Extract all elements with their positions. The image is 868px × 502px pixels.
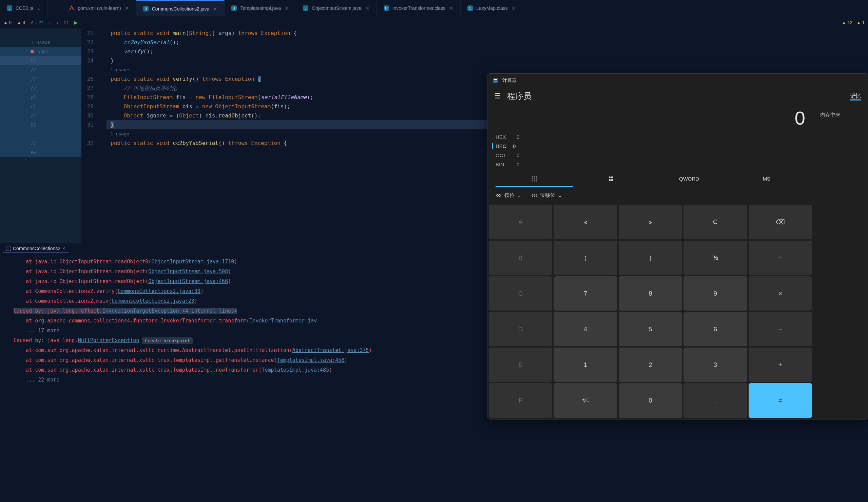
bitshift-button[interactable]: 位移位 ⌄ bbox=[531, 192, 562, 199]
calc-key[interactable]: × bbox=[748, 276, 812, 311]
memory-label[interactable]: 记忆 bbox=[850, 93, 861, 100]
stacktrace-link[interactable]: TemplatesImpl.java:458 bbox=[277, 357, 345, 363]
calc-key[interactable]: = bbox=[748, 383, 812, 418]
more-icon[interactable]: ⋮ bbox=[53, 6, 57, 11]
fold-column[interactable]: ⌄⌄⌄ bbox=[97, 29, 106, 243]
memory-empty-label: 内存中未 bbox=[820, 112, 840, 118]
tab-objectinputstream[interactable]: J ObjectInputStream.java bbox=[296, 0, 376, 16]
calc-key[interactable]: 2 bbox=[619, 348, 682, 382]
base-bin[interactable]: BIN0 bbox=[496, 160, 805, 169]
calc-key[interactable]: − bbox=[748, 312, 812, 346]
calculator-titlebar[interactable]: 计算器 bbox=[487, 74, 868, 87]
modebar-bit-icon[interactable] bbox=[573, 172, 650, 187]
usage-hint[interactable]: 1 usage bbox=[106, 65, 868, 74]
calc-key[interactable]: ⁺∕₋ bbox=[554, 383, 617, 418]
tab-pom[interactable]: pom.xml (vuln-learn) bbox=[62, 0, 136, 16]
warning-right-1[interactable]: ▲12 bbox=[842, 20, 852, 25]
line-number[interactable]: 24 bbox=[81, 56, 94, 65]
close-icon[interactable] bbox=[284, 6, 289, 11]
close-icon[interactable] bbox=[511, 6, 516, 11]
line-number[interactable]: 26 bbox=[81, 74, 94, 83]
fold-icon[interactable]: ⌄ bbox=[101, 139, 103, 148]
modebar-ms[interactable]: MS bbox=[728, 172, 805, 187]
warning-right-2[interactable]: ▲1 bbox=[857, 20, 865, 25]
calc-key[interactable]: ( bbox=[554, 241, 617, 275]
line-number[interactable]: 28 bbox=[81, 93, 94, 102]
close-icon[interactable] bbox=[365, 6, 370, 11]
keypad-icon bbox=[531, 176, 537, 182]
fold-icon[interactable]: ⌄ bbox=[101, 29, 103, 38]
calc-key[interactable]: ÷ bbox=[748, 241, 812, 275]
calc-key[interactable]: ⌫ bbox=[748, 205, 812, 239]
stacktrace-link[interactable]: ObjectInputStream.java:508 bbox=[148, 269, 228, 274]
stacktrace-link[interactable]: InvokerTransformer.jav bbox=[249, 318, 317, 324]
line-number[interactable]: 30 bbox=[81, 111, 94, 120]
calc-key[interactable]: 9 bbox=[683, 276, 747, 311]
calc-key[interactable]: % bbox=[683, 241, 747, 275]
code-line[interactable]: verify(); bbox=[106, 47, 868, 56]
code-line[interactable]: public static void main(String[] args) t… bbox=[106, 29, 868, 38]
warning-count[interactable]: ▲9 bbox=[3, 20, 11, 25]
calc-key[interactable]: » bbox=[619, 205, 682, 239]
tab-commonscollections2[interactable]: J CommonsCollections2.java bbox=[136, 0, 225, 16]
stacktrace-link[interactable]: CommonsCollections2.java:23 bbox=[112, 298, 194, 304]
close-icon[interactable] bbox=[213, 7, 217, 11]
run-icon[interactable]: ▶ bbox=[74, 20, 78, 25]
breakpoint-icon[interactable] bbox=[31, 50, 34, 53]
modebar-qword[interactable]: QWORD bbox=[651, 172, 728, 187]
close-icon[interactable] bbox=[449, 6, 454, 11]
close-icon[interactable] bbox=[124, 6, 129, 11]
base-dec[interactable]: DEC0 bbox=[496, 142, 805, 151]
stacktrace-link[interactable]: ObjectInputStream.java:1710 bbox=[151, 259, 234, 265]
arrow-up-icon[interactable]: ↑ bbox=[49, 20, 51, 25]
menu-icon[interactable]: ☰ bbox=[494, 92, 501, 100]
fold-icon[interactable]: ⌄ bbox=[101, 74, 103, 83]
calc-key[interactable]: 3 bbox=[683, 348, 747, 382]
calc-key[interactable]: 1 bbox=[554, 348, 617, 382]
line-number[interactable]: 22 bbox=[81, 38, 94, 47]
calc-key[interactable]: 6 bbox=[683, 312, 747, 346]
modebar-keypad-icon[interactable] bbox=[496, 172, 573, 187]
calc-key[interactable]: 7 bbox=[554, 276, 617, 311]
tab-lazymap[interactable]: C LazyMap.class bbox=[461, 0, 523, 16]
code-line[interactable]: } bbox=[106, 56, 868, 65]
line-number[interactable]: 29 bbox=[81, 102, 94, 111]
line-number[interactable]: 23 bbox=[81, 47, 94, 56]
base-hex[interactable]: HEX0 bbox=[496, 132, 805, 142]
calc-key[interactable]: + bbox=[748, 348, 812, 382]
warning-count-2[interactable]: ▲4 bbox=[17, 20, 25, 25]
calc-key[interactable]: 0 bbox=[619, 383, 682, 418]
bitwise-button[interactable]: 按位 ⌄ bbox=[496, 192, 522, 199]
close-icon[interactable]: × bbox=[62, 246, 65, 251]
chevron-down-icon[interactable]: ⌄ bbox=[37, 6, 41, 11]
typo-count[interactable]: A↓27 bbox=[31, 20, 43, 25]
panel-tab-console[interactable]: CommonsCollections2 × bbox=[3, 244, 69, 253]
tab-cce2[interactable]: J CCE2.ja ⌄ bbox=[0, 0, 48, 16]
calc-key[interactable]: C bbox=[683, 205, 747, 239]
arrow-down-icon[interactable]: ↓ bbox=[56, 20, 59, 25]
stacktrace-link[interactable]: TemplatesImpl.java:485 bbox=[262, 367, 329, 373]
line-number[interactable]: 21 bbox=[81, 29, 94, 38]
line-number[interactable]: 31 bbox=[81, 120, 94, 129]
calc-key[interactable]: « bbox=[554, 205, 617, 239]
calc-key[interactable]: 5 bbox=[619, 312, 682, 346]
code-line[interactable]: cc2byYsoSerial(); bbox=[106, 38, 868, 47]
stacktrace-link[interactable]: AbstractTranslet.java:375 bbox=[292, 347, 369, 353]
svg-rect-12 bbox=[6, 246, 11, 251]
calc-key[interactable]: 4 bbox=[554, 312, 617, 346]
line-number[interactable]: 27 bbox=[81, 83, 94, 93]
exception-link[interactable]: NullPointerException bbox=[78, 338, 140, 343]
tab-invokertransformer[interactable]: C InvokerTransformer.class bbox=[377, 0, 461, 16]
base-oct[interactable]: OCT0 bbox=[496, 151, 805, 160]
exception-link[interactable]: InvocationTargetException bbox=[102, 308, 179, 314]
svg-text:J: J bbox=[145, 7, 147, 11]
create-breakpoint-button[interactable]: Create breakpoint bbox=[142, 338, 193, 344]
calc-key[interactable]: ) bbox=[619, 241, 682, 275]
stacktrace-link[interactable]: CommonsCollections2.java:30 bbox=[118, 288, 200, 294]
calc-key[interactable]: 8 bbox=[619, 276, 682, 311]
tab-templatesimpl[interactable]: J TemplatesImpl.java bbox=[225, 0, 296, 16]
calc-key: B bbox=[489, 241, 552, 275]
calculator-window[interactable]: 计算器 ☰ 程序员 记忆 0 HEX0DEC0OCT0BIN0 QWORD MS bbox=[487, 73, 868, 420]
stacktrace-link[interactable]: ObjectInputStream.java:466 bbox=[148, 278, 228, 284]
line-number[interactable]: 32 bbox=[81, 139, 94, 148]
